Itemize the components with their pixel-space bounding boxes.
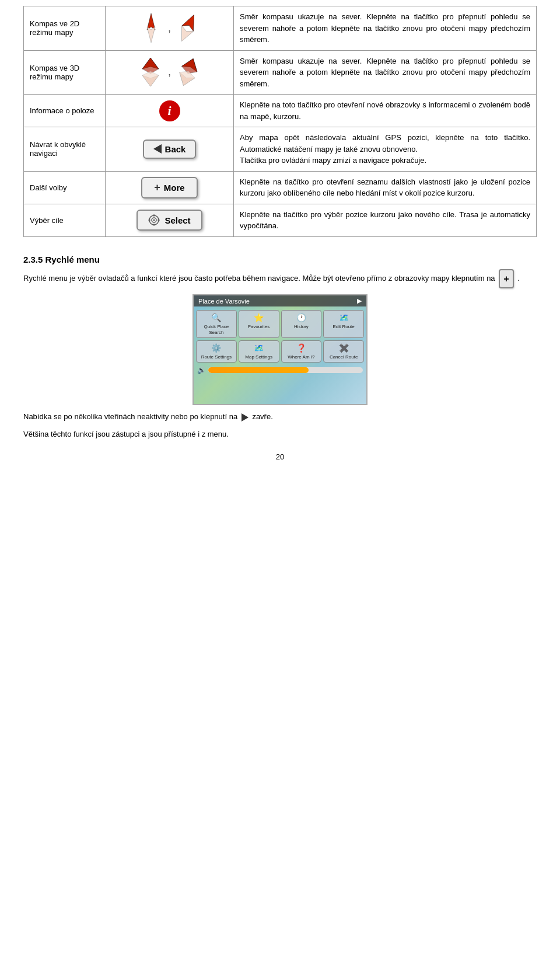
row-label: Kompas ve 2Drežimu mapy (24, 6, 106, 51)
map-bottom-row: ⚙️ Route Settings 🗺️ Map Settings ❓ Wher… (194, 340, 366, 365)
quick-place-label: Quick PlaceSearch (204, 324, 229, 335)
comma-separator: , (168, 66, 171, 78)
target-icon (148, 214, 160, 226)
table-row: Další volby + More Klepněte na tlačítko … (24, 171, 537, 204)
map-settings-icon: 🗺️ (240, 343, 278, 353)
info-icon-wrapper: i (111, 100, 228, 121)
volume-track (208, 367, 363, 373)
map-title-bar: Place de Varsovie ▶ (194, 295, 366, 306)
row-description: Klepněte na tlačítko pro výběr pozice ku… (234, 204, 537, 236)
comma-separator: , (168, 22, 171, 34)
page-number: 20 (23, 452, 537, 467)
svg-point-14 (153, 220, 155, 221)
select-button-wrapper: Select (111, 210, 228, 231)
history-icon: 🕐 (283, 313, 320, 322)
row-icon: Back (106, 127, 234, 172)
more-button-wrapper: + More (111, 177, 228, 198)
close-text: Nabídka se po několika vteřinách neaktiv… (23, 411, 537, 423)
quick-place-icon: 🔍 (198, 313, 235, 322)
volume-icon: 🔊 (197, 366, 206, 374)
map-menu-grid: 🔍 Quick PlaceSearch ⭐ Favourites 🕐 Histo… (194, 308, 366, 340)
favourites-icon: ⭐ (240, 313, 278, 322)
row-icon: i (106, 95, 234, 127)
bottom-text: Většina těchto funkcí jsou zástupci a js… (23, 428, 537, 441)
main-table: Kompas ve 2Drežimu mapy , (23, 6, 537, 237)
back-label: Back (165, 144, 186, 154)
table-row: Výběr cíle (24, 204, 537, 236)
back-button-wrapper: Back (111, 140, 228, 159)
row-description: Směr kompasu ukazuje na sever. Klepněte … (234, 6, 537, 51)
cancel-route-label: Cancel Route (330, 354, 358, 360)
favourites-label: Favourites (248, 324, 270, 329)
table-row: Informace o poloze i Klepněte na toto tl… (24, 95, 537, 127)
inline-plus-button[interactable]: + (499, 269, 513, 289)
row-description: Směr kompasu ukazuje na sever. Klepněte … (234, 50, 537, 95)
svg-marker-0 (147, 13, 155, 30)
map-grid-item: 🗺️ Map Settings (239, 340, 279, 363)
svg-marker-1 (147, 27, 155, 43)
row-label: Informace o poloze (24, 95, 106, 127)
volume-fill (208, 367, 309, 373)
row-label: Další volby (24, 171, 106, 204)
svg-marker-2 (182, 12, 200, 32)
section-heading: 2.3.5 Rychlé menu (23, 255, 537, 264)
plus-icon: + (154, 182, 160, 194)
compass-2d-icon: , (111, 12, 228, 44)
history-label: History (294, 324, 309, 329)
row-description: Klepněte na tlačítko pro otevření seznam… (234, 171, 537, 204)
row-label: Výběr cíle (24, 204, 106, 236)
compass-2d-svg-rotated (176, 12, 200, 44)
section-text-1: Rychlé menu je výběr ovladačů a funkcí k… (23, 269, 537, 289)
map-grid-item: ⚙️ Route Settings (196, 340, 237, 363)
map-grid-item: 🔍 Quick PlaceSearch (196, 310, 237, 338)
table-row: Kompas ve 3Drežimu mapy , (24, 50, 537, 95)
table-row: Kompas ve 2Drežimu mapy , (24, 6, 537, 51)
svg-marker-7 (142, 71, 159, 86)
where-am-i-label: Where Am I? (288, 354, 314, 360)
map-settings-label: Map Settings (245, 354, 272, 360)
map-grid-item: ⭐ Favourites (239, 310, 279, 338)
edit-route-label: Edit Route (332, 324, 354, 329)
info-icon: i (159, 100, 180, 121)
back-arrow-icon (153, 144, 162, 154)
compass-2d-svg (139, 12, 163, 44)
row-description: Aby mapa opět následovala aktuální GPS p… (234, 127, 537, 172)
row-description: Klepněte na toto tlačítko pro otevření n… (234, 95, 537, 127)
map-grid-item: 🕐 History (281, 310, 322, 338)
compass-3d-icon: , (111, 56, 228, 88)
route-settings-icon: ⚙️ (198, 343, 235, 353)
row-icon: , (106, 50, 234, 95)
compass-3d-svg (138, 56, 163, 88)
play-triangle-icon (242, 413, 249, 421)
where-am-i-icon: ❓ (283, 343, 320, 353)
row-icon: , (106, 6, 234, 51)
volume-bar: 🔊 (194, 365, 366, 377)
map-grid-item: 🗺️ Edit Route (323, 310, 364, 338)
row-label: Kompas ve 3Drežimu mapy (24, 50, 106, 95)
back-button[interactable]: Back (143, 140, 197, 159)
row-icon: + More (106, 171, 234, 204)
edit-route-icon: 🗺️ (325, 313, 362, 322)
route-settings-label: Route Settings (201, 354, 232, 360)
map-grid-item: ❓ Where Am I? (281, 340, 322, 363)
page-wrapper: Kompas ve 2Drežimu mapy , (0, 0, 560, 485)
select-label: Select (164, 215, 190, 225)
select-button[interactable]: Select (136, 210, 202, 231)
row-label: Návrat k obvyklénavigaci (24, 127, 106, 172)
compass-3d-svg-rotated (176, 56, 201, 88)
row-icon: Select (106, 204, 234, 236)
map-grid-item: ✖️ Cancel Route (323, 340, 364, 363)
more-label: More (164, 183, 185, 193)
cancel-route-icon: ✖️ (325, 343, 362, 353)
map-title-text: Place de Varsovie (198, 298, 250, 305)
map-screenshot: Place de Varsovie ▶ 🔍 Quick PlaceSearch … (192, 294, 368, 405)
svg-marker-3 (176, 26, 193, 44)
more-button[interactable]: + More (141, 177, 197, 198)
table-row: Návrat k obvyklénavigaci Back Aby mapa o… (24, 127, 537, 172)
map-play-icon: ▶ (357, 297, 362, 305)
map-screenshot-inner: Place de Varsovie ▶ 🔍 Quick PlaceSearch … (194, 295, 366, 404)
